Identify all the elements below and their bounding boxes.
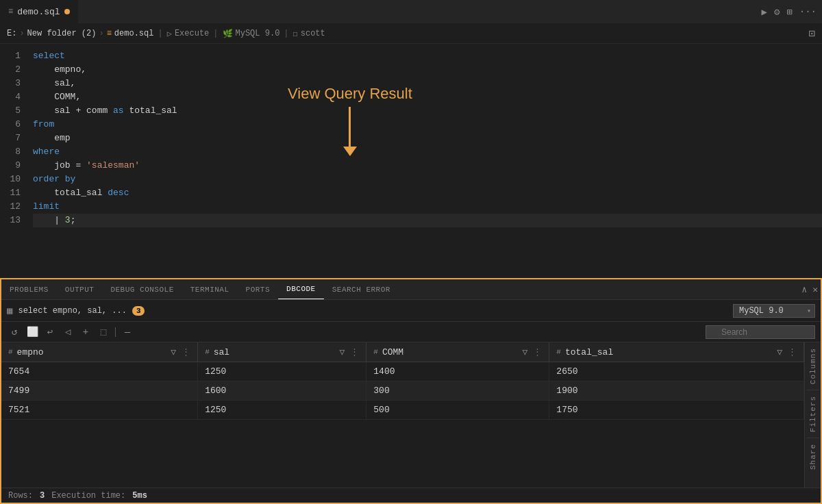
tab-bar: ≡ demo.sql ▶ ⚙ ⊞ ···	[0, 0, 822, 24]
toolbar-copy[interactable]: ⬚	[96, 325, 111, 340]
toolbar-undo[interactable]: ↩	[42, 325, 58, 340]
col-sal-menu[interactable]: ⋮	[350, 346, 359, 357]
query-tab-badge: 3	[132, 306, 145, 316]
col-total-sal-filter[interactable]: ▽	[777, 346, 782, 357]
col-empno-menu[interactable]: ⋮	[182, 346, 190, 357]
breadcrumb-folder: New folder (2)	[27, 29, 97, 38]
side-panel-columns[interactable]: Columns	[806, 342, 820, 390]
col-sal-icon: #	[205, 348, 210, 356]
code-line-4: COMM,	[33, 90, 822, 104]
breadcrumb-div-3: |	[284, 29, 288, 38]
editor-tab[interactable]: ≡ demo.sql	[0, 0, 78, 23]
query-tab-left: ▦ select empno, sal, ... 3	[7, 305, 145, 316]
db-version-icon: 🌿	[223, 29, 233, 39]
cell-total-3: 1750	[549, 401, 804, 420]
tab-name: demo.sql	[17, 7, 60, 17]
result-table-wrapper: # empno ▽ ⋮ # sal ▽ ⋮	[1, 342, 821, 488]
result-toolbar: ↺ ⬜ ↩ ◁ + ⬚ —	[1, 322, 821, 342]
play-icon: ▷	[167, 29, 172, 39]
cell-empno-2: 7499	[1, 381, 198, 401]
side-panel-share[interactable]: Share	[806, 438, 820, 475]
toolbar-buttons: ↺ ⬜ ↩ ◁ + ⬚ —	[7, 325, 135, 340]
tab-terminal[interactable]: TERMINAL	[182, 279, 238, 299]
search-wrapper	[706, 325, 815, 339]
toolbar-stop[interactable]: ⬜	[25, 325, 40, 340]
table-row: 7499 1600 300 1900	[1, 381, 804, 401]
toolbar-minus[interactable]: —	[120, 325, 135, 340]
breadcrumb-div-2: |	[213, 29, 218, 38]
tab-ports[interactable]: PORTS	[238, 279, 279, 299]
col-comm-name: COMM	[382, 347, 403, 357]
code-line-13: | 3;	[33, 214, 822, 227]
breadcrumb-right-icon: ⊡	[808, 27, 815, 40]
table-row: 7521 1250 500 1750	[1, 401, 804, 420]
db-selector-wrapper: MySQL 9.0 MySQL 8.0	[733, 304, 815, 318]
tab-actions: ▶ ⚙ ⊞ ···	[761, 6, 817, 18]
code-line-6: from	[33, 118, 822, 131]
bottom-panel: PROBLEMS OUTPUT DEBUG CONSOLE TERMINAL P…	[0, 278, 822, 504]
tab-modified-dot	[64, 9, 70, 14]
more-button[interactable]: ···	[799, 6, 817, 17]
col-total-sal-menu[interactable]: ⋮	[788, 346, 797, 357]
run-button[interactable]: ▶	[761, 6, 767, 18]
search-input[interactable]	[706, 325, 815, 339]
code-editor[interactable]: select empno, sal, COMM, sal + comm as t…	[27, 44, 822, 278]
query-tab-icon: ▦	[7, 305, 12, 316]
sql-file-icon: ≡	[8, 7, 13, 16]
db-selector[interactable]: MySQL 9.0 MySQL 8.0	[733, 304, 815, 318]
code-line-7: emp	[33, 131, 822, 145]
status-bar: Rows: 3 Execution time: 5ms	[1, 488, 821, 503]
toolbar-add[interactable]: +	[78, 325, 93, 340]
side-panel-filters[interactable]: Filters	[806, 390, 820, 438]
col-comm-filter[interactable]: ▽	[523, 346, 528, 357]
query-tab-label[interactable]: select empno, sal, ...	[18, 306, 126, 316]
execute-group: ▷ Execute	[167, 29, 210, 39]
col-empno-filter[interactable]: ▽	[171, 346, 176, 357]
tab-dbcode[interactable]: DBCODE	[278, 279, 324, 299]
tab-problems[interactable]: PROBLEMS	[1, 279, 57, 299]
code-line-1: select	[33, 49, 822, 63]
toolbar-back[interactable]: ◁	[60, 325, 75, 340]
tab-search-error[interactable]: SEARCH ERROR	[324, 279, 399, 299]
col-sal-filter[interactable]: ▽	[339, 346, 345, 357]
toolbar-right	[706, 325, 815, 339]
breadcrumb-div-1: |	[158, 29, 162, 38]
settings-button[interactable]: ⚙	[774, 6, 780, 18]
line-numbers: 1 2 3 4 5 6 7 8 9 10 11 12 13	[0, 44, 27, 278]
panel-close-button[interactable]: ✕	[812, 284, 818, 295]
cell-comm-3: 500	[366, 401, 549, 420]
side-panel: Columns Filters Share	[804, 342, 821, 488]
rows-value: 3	[40, 491, 45, 501]
rows-label: Rows:	[8, 491, 33, 501]
code-line-8: where	[33, 145, 822, 159]
code-line-5: sal + comm as total_sal	[33, 104, 822, 118]
cell-empno-1: 7654	[1, 362, 198, 381]
col-total-sal-name: total_sal	[565, 347, 613, 357]
editor-area: 1 2 3 4 5 6 7 8 9 10 11 12 13 select emp…	[0, 44, 822, 278]
col-comm-menu[interactable]: ⋮	[533, 346, 542, 357]
col-comm: # COMM ▽ ⋮	[366, 342, 549, 362]
time-value: 5ms	[132, 491, 147, 501]
execute-label[interactable]: Execute	[175, 29, 209, 38]
breadcrumb-root: E:	[7, 29, 16, 38]
toolbar-refresh[interactable]: ↺	[7, 325, 22, 340]
breadcrumb-path: E: › New folder (2) › ≡ demo.sql | ▷ Exe…	[7, 29, 325, 39]
layout-button[interactable]: ⊞	[786, 6, 792, 18]
table-header-row: # empno ▽ ⋮ # sal ▽ ⋮	[1, 342, 804, 362]
col-total-sal-icon: #	[556, 348, 561, 356]
breadcrumb-sep-1: ›	[19, 29, 24, 38]
cell-total-2: 1900	[549, 381, 804, 401]
query-tab-right: MySQL 9.0 MySQL 8.0	[733, 304, 815, 318]
cell-empno-3: 7521	[1, 401, 198, 420]
panel-collapse-button[interactable]: ∧	[801, 284, 807, 295]
breadcrumb-sep-2: ›	[99, 29, 103, 38]
panel-tabs-list: PROBLEMS OUTPUT DEBUG CONSOLE TERMINAL P…	[1, 279, 399, 299]
user-icon: ☐	[293, 29, 298, 39]
cell-sal-1: 1250	[198, 362, 366, 381]
breadcrumb-file: demo.sql	[114, 29, 154, 38]
code-line-12: limit	[33, 200, 822, 214]
col-total-sal: # total_sal ▽ ⋮	[549, 342, 804, 362]
time-label: Execution time:	[51, 491, 125, 501]
tab-output[interactable]: OUTPUT	[57, 279, 103, 299]
tab-debug[interactable]: DEBUG CONSOLE	[102, 279, 182, 299]
